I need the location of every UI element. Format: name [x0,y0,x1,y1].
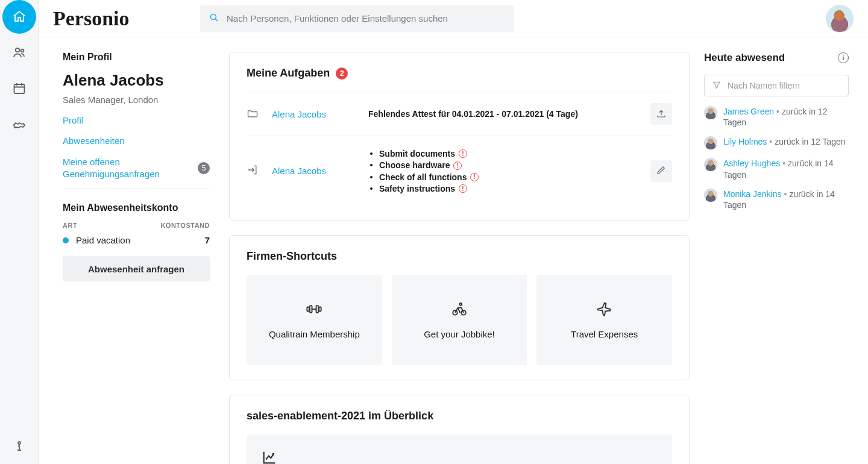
search-icon [209,12,219,25]
balance-label: Paid vacation [76,235,130,245]
plane-icon [596,301,613,319]
absent-panel: Heute abwesend i James Green•zurück in 1… [699,37,868,464]
profile-heading: Mein Profil [63,52,210,63]
task-row: Alena Jacobs Submit documents! Choose ha… [247,136,672,205]
balance-value: 7 [205,235,210,245]
svg-point-4 [210,14,216,19]
alert-icon: ! [453,161,462,170]
avatar [704,158,717,171]
alert-icon: ! [459,149,467,158]
profile-panel: Mein Profil Alena Jacobs Sales Manager, … [39,37,219,464]
task-text: Fehlendes Attest für 04.01.2021 - 07.01.… [368,109,578,119]
logo: Personio [53,8,186,29]
task-edit-button[interactable] [650,160,672,182]
task-subitem: Safety instructions! [379,183,638,193]
profile-name: Alena Jacobs [63,71,210,90]
main-content: Meine Aufgaben 2 Alena Jacobs Fehlendes … [219,37,699,464]
shortcut-qualitrain[interactable]: Qualitrain Membership [247,275,382,365]
nav-rail [0,0,39,464]
shortcuts-card: Firmen-Shortcuts Qualitrain Membership G… [229,235,690,380]
link-absences[interactable]: Abwesenheiten [63,135,210,147]
absent-item: James Green•zurück in 12 Tagen [704,106,849,128]
task-row: Alena Jacobs Fehlendes Attest für 04.01.… [247,92,672,136]
task-subitem: Choose hardware! [379,160,638,170]
request-absence-button[interactable]: Abwesenheit anfragen [63,256,210,281]
task-person-link[interactable]: Alena Jacobs [272,109,356,119]
calendar-icon [12,81,27,98]
svg-rect-8 [316,306,319,313]
balance-col-type: ART [63,222,77,229]
svg-rect-6 [319,307,321,312]
divider [63,189,210,189]
absent-info-icon[interactable]: i [838,52,849,63]
link-approvals-label: Meine offenen Genehmigungsanfragen [63,156,193,181]
absent-item: Monika Jenkins•zurück in 14 Tagen [704,189,849,210]
balance-heading: Mein Abwesenheitskonto [63,202,210,213]
nav-calendar[interactable] [2,72,36,106]
tasks-heading: Meine Aufgaben [247,67,330,80]
absent-filter[interactable] [704,75,849,96]
svg-rect-7 [310,306,312,313]
link-profile[interactable]: Profil [63,114,210,127]
absent-item: Lily Holmes•zurück in 12 Tagen [704,136,849,149]
people-icon [12,45,27,61]
bike-icon [451,301,468,319]
shortcut-label: Qualitrain Membership [269,329,360,339]
task-subitem: Submit documents! [379,148,638,158]
profile-subtitle: Sales Manager, London [63,95,210,105]
alert-icon: ! [470,173,479,181]
svg-point-3 [18,442,20,444]
nav-info[interactable] [2,430,36,464]
shortcut-travel[interactable]: Travel Expenses [536,275,672,365]
nav-people[interactable] [2,36,36,70]
tasks-badge: 2 [336,67,348,80]
absent-meta: zurück in 12 Tagen [775,137,845,146]
absent-filter-input[interactable] [728,81,841,90]
shortcuts-heading: Firmen-Shortcuts [247,250,672,263]
nav-handshake[interactable] [2,108,36,142]
folder-icon [247,107,260,121]
avatar [704,106,717,119]
task-subitem: Check of all functions! [379,172,638,182]
svg-rect-5 [307,307,309,312]
alert-icon: ! [459,184,467,193]
chart-icon [261,458,278,464]
overview-heading: sales-enablement-2021 im Überblick [247,410,672,422]
absent-name[interactable]: James Green [723,107,774,116]
nav-home[interactable] [2,0,36,34]
pencil-icon [656,165,667,177]
dumbbell-icon [306,301,322,319]
task-upload-button[interactable] [650,103,672,125]
handshake-icon [12,118,27,134]
shortcut-jobbike[interactable]: Get your Jobbike! [392,275,527,365]
shortcut-label: Get your Jobbike! [424,329,495,339]
approvals-badge: 5 [198,162,210,174]
absent-item: Ashley Hughes•zurück in 14 Tagen [704,158,849,180]
svg-point-11 [459,303,462,306]
svg-rect-2 [14,84,24,93]
current-user-avatar[interactable] [826,5,854,33]
task-person-link[interactable]: Alena Jacobs [272,166,356,176]
info-icon [12,439,27,456]
link-approvals[interactable]: Meine offenen Genehmigungsanfragen 5 [63,156,210,181]
upload-icon [656,108,667,121]
balance-row: Paid vacation 7 [63,235,210,245]
tasks-card: Meine Aufgaben 2 Alena Jacobs Fehlendes … [229,52,690,221]
search-box[interactable] [200,5,514,32]
enter-icon [247,164,260,178]
topbar: Personio [39,0,868,37]
overview-body [247,434,672,464]
absent-heading: Heute abwesend [704,52,785,64]
avatar [704,189,717,202]
overview-card: sales-enablement-2021 im Überblick [229,395,690,464]
absent-name[interactable]: Lily Holmes [723,137,767,146]
svg-point-0 [15,48,19,51]
absent-name[interactable]: Ashley Hughes [723,158,780,168]
home-icon [12,9,27,25]
search-input[interactable] [227,13,505,24]
absent-name[interactable]: Monika Jenkins [723,189,782,199]
balance-dot [63,237,69,243]
balance-col-balance: KONTOSTAND [160,222,210,229]
shortcut-label: Travel Expenses [571,329,638,339]
filter-icon [712,80,722,92]
